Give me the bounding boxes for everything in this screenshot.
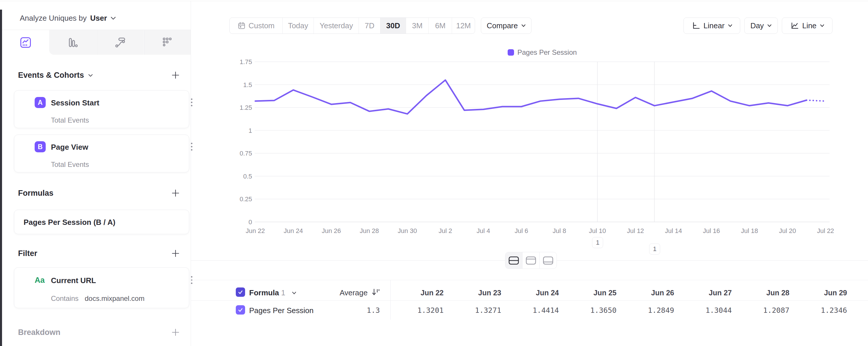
add-breakdown-button[interactable] — [171, 328, 180, 337]
series-value-cell: 1.4414 — [512, 306, 559, 315]
date-column-header[interactable]: Jun 27 — [685, 289, 732, 297]
sort-icon[interactable] — [371, 288, 380, 296]
layout-toggle — [505, 252, 557, 269]
compare-button[interactable]: Compare — [481, 18, 531, 34]
x-axis-label: Jun 28 — [353, 227, 385, 235]
legend-swatch — [508, 49, 514, 56]
range-label: Yesterday — [320, 21, 353, 30]
event-options-button[interactable] — [187, 141, 196, 152]
scale-label: Linear — [704, 21, 724, 30]
formula-expression[interactable]: Pages Per Session (B / A) — [24, 218, 115, 227]
chevron-down-icon — [88, 74, 93, 77]
x-axis-label: Jul 14 — [657, 227, 689, 235]
split-view-icon — [508, 256, 519, 265]
sidebar-divider — [191, 1, 191, 346]
add-formula-button[interactable] — [171, 189, 180, 198]
date-column-header[interactable]: Jun 22 — [397, 289, 444, 297]
range-label: Custom — [249, 21, 275, 30]
range-30d[interactable]: 30D — [380, 18, 406, 33]
range-label: 30D — [386, 21, 400, 30]
date-column-header[interactable]: Jun 24 — [512, 289, 559, 297]
chart-type-button[interactable]: Line — [782, 18, 833, 34]
filter-value[interactable]: docs.mixpanel.com — [85, 294, 144, 302]
analyze-uniques-value[interactable]: User — [90, 14, 107, 23]
table-group-number: 1 — [281, 288, 285, 297]
event-options-button[interactable] — [187, 96, 196, 108]
range-12m[interactable]: 12M — [452, 18, 475, 33]
date-column-header[interactable]: Jun 28 — [743, 289, 789, 297]
tab-flows[interactable] — [97, 30, 144, 55]
add-filter-button[interactable] — [171, 249, 180, 258]
tab-funnels[interactable] — [49, 30, 96, 55]
compare-label: Compare — [487, 21, 518, 30]
y-axis-label: 0.25 — [232, 196, 252, 203]
filter-card[interactable]: Aa Current URL Contains docs.mixpanel.co… — [14, 267, 189, 308]
annotation-badge[interactable]: 1 — [592, 237, 603, 248]
chevron-down-icon — [767, 24, 772, 27]
event-name[interactable]: Page View — [51, 143, 88, 152]
date-column-header[interactable]: Jun 29 — [801, 289, 847, 297]
chart-type-label: Line — [802, 21, 816, 30]
series-row-checkbox[interactable] — [236, 305, 245, 315]
event-card-session-start[interactable]: A Session Start Total Events — [14, 90, 189, 128]
range-label: 6M — [435, 21, 446, 30]
chevron-down-icon — [521, 24, 526, 27]
filter-operator[interactable]: Contains — [51, 294, 79, 302]
add-event-button[interactable] — [171, 71, 180, 80]
event-letter-badge: A — [35, 97, 46, 108]
formula-card[interactable]: Pages Per Session (B / A) — [14, 210, 189, 234]
date-column-header[interactable]: Jun 26 — [627, 289, 674, 297]
event-measure[interactable]: Total Events — [51, 161, 89, 169]
tab-separator — [97, 30, 97, 55]
tab-insights[interactable] — [2, 30, 49, 55]
events-cohorts-header[interactable]: Events & Cohorts — [18, 71, 93, 80]
range-6m[interactable]: 6M — [429, 18, 452, 33]
date-column-header[interactable]: Jun 25 — [570, 289, 617, 297]
x-axis-label: Jun 24 — [277, 227, 309, 235]
chevron-down-icon[interactable] — [111, 17, 116, 20]
series-value-cell: 1.3271 — [455, 306, 501, 315]
chevron-down-icon[interactable] — [292, 291, 296, 294]
legend-series-label: Pages Per Session — [518, 48, 577, 57]
series-value-cell: 1.2346 — [801, 306, 847, 315]
series-row-name[interactable]: Pages Per Session — [249, 306, 313, 315]
x-axis-label: Jul 6 — [505, 227, 537, 235]
average-column-header[interactable]: Average — [321, 288, 368, 297]
formulas-label: Formulas — [18, 189, 54, 198]
range-3m[interactable]: 3M — [406, 18, 429, 33]
annotation-badge[interactable]: 1 — [649, 243, 660, 255]
scale-button[interactable]: Linear — [683, 18, 740, 34]
retention-icon — [161, 37, 173, 48]
x-axis-label: Jul 20 — [771, 227, 803, 235]
layout-table-button[interactable] — [540, 252, 557, 268]
layout-chart-button[interactable] — [523, 252, 540, 268]
range-label: Today — [288, 21, 308, 30]
range-custom[interactable]: Custom — [230, 18, 283, 33]
filter-property[interactable]: Current URL — [51, 276, 96, 285]
range-yesterday[interactable]: Yesterday — [314, 18, 359, 33]
range-7d[interactable]: 7D — [359, 18, 380, 33]
event-measure[interactable]: Total Events — [51, 116, 89, 124]
y-axis-label: 1.75 — [232, 58, 252, 66]
date-column-header[interactable]: Jun 23 — [455, 289, 501, 297]
table-group-label[interactable]: Formula 1 — [249, 288, 285, 297]
range-today[interactable]: Today — [283, 18, 314, 33]
chevron-down-icon — [728, 24, 732, 27]
layout-split-button[interactable] — [505, 252, 523, 268]
y-axis-label: 1 — [232, 127, 252, 135]
line-chart-icon — [790, 21, 799, 30]
range-label: 7D — [365, 21, 374, 30]
table-view-icon — [542, 256, 554, 265]
linear-scale-icon — [691, 21, 700, 30]
breakdown-label: Breakdown — [18, 328, 61, 337]
filter-header: Filter — [18, 249, 37, 258]
x-axis-label: Jul 8 — [544, 227, 576, 235]
interval-button[interactable]: Day — [744, 18, 778, 34]
formula-group-checkbox[interactable] — [236, 287, 245, 297]
range-label: 3M — [412, 21, 423, 30]
event-card-page-view[interactable]: B Page View Total Events — [14, 135, 189, 172]
tab-retention[interactable] — [144, 30, 191, 55]
series-value-cell: 1.3044 — [685, 306, 732, 315]
chart-legend[interactable]: Pages Per Session — [508, 48, 577, 57]
event-name[interactable]: Session Start — [51, 98, 99, 108]
